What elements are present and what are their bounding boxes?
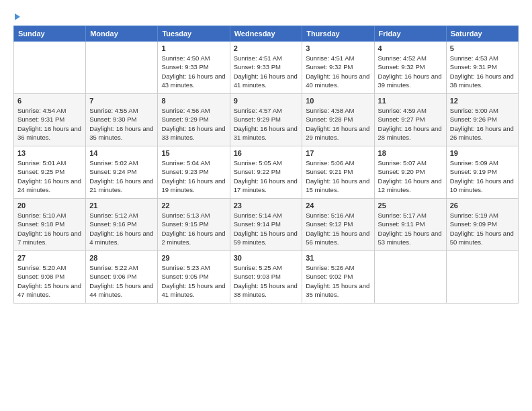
week-row-4: 20Sunrise: 5:10 AM Sunset: 9:18 PM Dayli… <box>14 199 519 251</box>
week-row-5: 27Sunrise: 5:20 AM Sunset: 9:08 PM Dayli… <box>14 251 519 304</box>
day-detail: Sunrise: 5:19 AM Sunset: 9:09 PM Dayligh… <box>450 211 515 246</box>
day-detail: Sunrise: 5:05 AM Sunset: 9:22 PM Dayligh… <box>234 158 299 194</box>
calendar-cell <box>86 42 158 94</box>
day-detail: Sunrise: 4:55 AM Sunset: 9:30 PM Dayligh… <box>89 106 154 142</box>
calendar-cell: 15Sunrise: 5:04 AM Sunset: 9:23 PM Dayli… <box>158 146 230 199</box>
day-number: 18 <box>378 149 443 157</box>
weekday-header-saturday: Saturday <box>446 26 518 42</box>
calendar-cell: 13Sunrise: 5:01 AM Sunset: 9:25 PM Dayli… <box>14 146 86 199</box>
day-detail: Sunrise: 5:16 AM Sunset: 9:12 PM Dayligh… <box>306 211 370 246</box>
calendar-cell: 19Sunrise: 5:09 AM Sunset: 9:19 PM Dayli… <box>446 146 518 199</box>
calendar-cell: 11Sunrise: 4:59 AM Sunset: 9:27 PM Dayli… <box>374 94 446 146</box>
day-detail: Sunrise: 5:00 AM Sunset: 9:26 PM Dayligh… <box>450 106 515 142</box>
calendar-cell: 7Sunrise: 4:55 AM Sunset: 9:30 PM Daylig… <box>86 94 158 146</box>
day-number: 31 <box>306 254 370 262</box>
day-detail: Sunrise: 5:25 AM Sunset: 9:03 PM Dayligh… <box>234 263 299 299</box>
calendar-cell <box>374 251 446 304</box>
day-number: 15 <box>161 149 226 157</box>
week-row-1: 1Sunrise: 4:50 AM Sunset: 9:33 PM Daylig… <box>14 42 519 94</box>
day-number: 10 <box>306 97 370 105</box>
logo-triangle-icon <box>15 13 20 20</box>
weekday-header-row: SundayMondayTuesdayWednesdayThursdayFrid… <box>14 26 519 42</box>
weekday-header-monday: Monday <box>86 26 158 42</box>
day-number: 16 <box>234 149 299 157</box>
day-number: 21 <box>89 201 154 210</box>
calendar-cell: 16Sunrise: 5:05 AM Sunset: 9:22 PM Dayli… <box>230 146 302 199</box>
calendar-cell: 22Sunrise: 5:13 AM Sunset: 9:15 PM Dayli… <box>158 199 230 251</box>
day-number: 12 <box>450 97 515 105</box>
day-number: 22 <box>161 201 226 210</box>
calendar-cell: 3Sunrise: 4:51 AM Sunset: 9:32 PM Daylig… <box>302 42 374 94</box>
day-number: 25 <box>378 201 443 210</box>
weekday-header-tuesday: Tuesday <box>158 26 230 42</box>
day-detail: Sunrise: 5:13 AM Sunset: 9:15 PM Dayligh… <box>161 211 226 246</box>
day-detail: Sunrise: 5:17 AM Sunset: 9:11 PM Dayligh… <box>378 211 443 246</box>
day-detail: Sunrise: 5:07 AM Sunset: 9:20 PM Dayligh… <box>378 158 443 194</box>
day-number: 3 <box>306 44 370 52</box>
day-detail: Sunrise: 4:59 AM Sunset: 9:27 PM Dayligh… <box>378 106 443 142</box>
day-detail: Sunrise: 4:54 AM Sunset: 9:31 PM Dayligh… <box>17 106 82 142</box>
day-detail: Sunrise: 4:56 AM Sunset: 9:29 PM Dayligh… <box>161 106 226 142</box>
weekday-header-sunday: Sunday <box>14 26 86 42</box>
day-number: 8 <box>161 97 226 105</box>
day-detail: Sunrise: 5:02 AM Sunset: 9:24 PM Dayligh… <box>89 158 154 194</box>
calendar: SundayMondayTuesdayWednesdayThursdayFrid… <box>13 26 519 304</box>
day-number: 2 <box>234 44 299 52</box>
day-number: 1 <box>161 44 226 52</box>
day-detail: Sunrise: 4:57 AM Sunset: 9:29 PM Dayligh… <box>234 106 299 142</box>
day-detail: Sunrise: 5:10 AM Sunset: 9:18 PM Dayligh… <box>17 211 82 246</box>
day-detail: Sunrise: 5:01 AM Sunset: 9:25 PM Dayligh… <box>17 158 82 194</box>
day-number: 26 <box>450 201 515 210</box>
calendar-cell <box>14 42 86 94</box>
calendar-cell: 30Sunrise: 5:25 AM Sunset: 9:03 PM Dayli… <box>230 251 302 304</box>
day-detail: Sunrise: 4:58 AM Sunset: 9:28 PM Dayligh… <box>306 106 370 142</box>
day-detail: Sunrise: 5:23 AM Sunset: 9:05 PM Dayligh… <box>161 263 226 299</box>
day-detail: Sunrise: 5:04 AM Sunset: 9:23 PM Dayligh… <box>161 158 226 194</box>
day-number: 11 <box>378 97 443 105</box>
calendar-cell: 21Sunrise: 5:12 AM Sunset: 9:16 PM Dayli… <box>86 199 158 251</box>
week-row-3: 13Sunrise: 5:01 AM Sunset: 9:25 PM Dayli… <box>14 146 519 199</box>
calendar-cell: 28Sunrise: 5:22 AM Sunset: 9:06 PM Dayli… <box>86 251 158 304</box>
calendar-cell: 8Sunrise: 4:56 AM Sunset: 9:29 PM Daylig… <box>158 94 230 146</box>
weekday-header-thursday: Thursday <box>302 26 374 42</box>
day-number: 9 <box>234 97 299 105</box>
day-number: 17 <box>306 149 370 157</box>
calendar-cell: 9Sunrise: 4:57 AM Sunset: 9:29 PM Daylig… <box>230 94 302 146</box>
day-number: 28 <box>89 254 154 262</box>
page: SundayMondayTuesdayWednesdayThursdayFrid… <box>0 0 532 411</box>
calendar-cell: 2Sunrise: 4:51 AM Sunset: 9:33 PM Daylig… <box>230 42 302 94</box>
week-row-2: 6Sunrise: 4:54 AM Sunset: 9:31 PM Daylig… <box>14 94 519 146</box>
day-detail: Sunrise: 4:51 AM Sunset: 9:32 PM Dayligh… <box>306 54 370 89</box>
calendar-cell: 17Sunrise: 5:06 AM Sunset: 9:21 PM Dayli… <box>302 146 374 199</box>
calendar-cell: 25Sunrise: 5:17 AM Sunset: 9:11 PM Dayli… <box>374 199 446 251</box>
day-detail: Sunrise: 5:22 AM Sunset: 9:06 PM Dayligh… <box>89 263 154 299</box>
calendar-cell: 18Sunrise: 5:07 AM Sunset: 9:20 PM Dayli… <box>374 146 446 199</box>
calendar-cell: 10Sunrise: 4:58 AM Sunset: 9:28 PM Dayli… <box>302 94 374 146</box>
day-detail: Sunrise: 4:50 AM Sunset: 9:33 PM Dayligh… <box>161 54 226 89</box>
day-detail: Sunrise: 5:14 AM Sunset: 9:14 PM Dayligh… <box>234 211 299 246</box>
day-number: 14 <box>89 149 154 157</box>
weekday-header-wednesday: Wednesday <box>230 26 302 42</box>
day-number: 30 <box>234 254 299 262</box>
day-number: 24 <box>306 201 370 210</box>
day-number: 27 <box>17 254 82 262</box>
calendar-cell: 6Sunrise: 4:54 AM Sunset: 9:31 PM Daylig… <box>14 94 86 146</box>
day-number: 13 <box>17 149 82 157</box>
day-number: 29 <box>161 254 226 262</box>
calendar-cell <box>446 251 518 304</box>
day-number: 19 <box>450 149 515 157</box>
calendar-cell: 29Sunrise: 5:23 AM Sunset: 9:05 PM Dayli… <box>158 251 230 304</box>
calendar-cell: 14Sunrise: 5:02 AM Sunset: 9:24 PM Dayli… <box>86 146 158 199</box>
day-number: 7 <box>89 97 154 105</box>
header <box>13 12 519 20</box>
day-number: 6 <box>17 97 82 105</box>
calendar-cell: 24Sunrise: 5:16 AM Sunset: 9:12 PM Dayli… <box>302 199 374 251</box>
day-detail: Sunrise: 4:53 AM Sunset: 9:31 PM Dayligh… <box>450 54 515 89</box>
day-detail: Sunrise: 4:52 AM Sunset: 9:32 PM Dayligh… <box>378 54 443 89</box>
calendar-header: SundayMondayTuesdayWednesdayThursdayFrid… <box>14 26 519 42</box>
day-detail: Sunrise: 4:51 AM Sunset: 9:33 PM Dayligh… <box>234 54 299 89</box>
calendar-cell: 4Sunrise: 4:52 AM Sunset: 9:32 PM Daylig… <box>374 42 446 94</box>
day-number: 4 <box>378 44 443 52</box>
day-detail: Sunrise: 5:26 AM Sunset: 9:02 PM Dayligh… <box>306 263 370 299</box>
day-number: 23 <box>234 201 299 210</box>
